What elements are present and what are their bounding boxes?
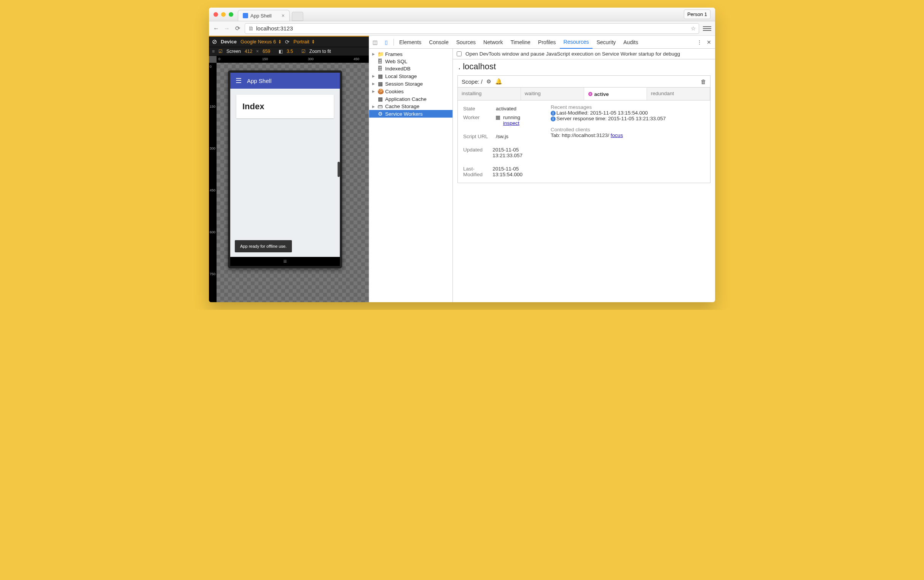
orientation-value: Portrait [293, 39, 310, 44]
dpr-value[interactable]: 3.5 [287, 49, 293, 54]
status-tab-installing[interactable]: installing [458, 87, 521, 100]
device-screen[interactable]: ☰ App Shell Index App ready for offline … [230, 72, 340, 257]
scope-container: Scope: / ⚙ 🔔 🗑 installingwaiting⚙activer… [458, 75, 710, 183]
close-window-button[interactable] [214, 12, 218, 17]
dpr-icon: ◧ [278, 49, 283, 54]
bookmark-star-icon[interactable]: ☆ [691, 25, 696, 32]
device-select[interactable]: Google Nexus 6 ▲▼ [240, 39, 281, 44]
browser-toolbar: ← → ⟳ 🗎 localhost:3123 ☆ [209, 21, 715, 36]
ruler-vertical: 0 150 300 450 600 750 [209, 63, 217, 302]
pause-text: Open DevTools window and pause JavaScrip… [465, 51, 680, 57]
address-bar[interactable]: 🗎 localhost:3123 ☆ [245, 23, 699, 34]
zoom-label: Zoom to fit [310, 49, 331, 54]
gear-icon[interactable]: ⚙ [486, 78, 491, 84]
minimize-window-button[interactable] [221, 12, 226, 17]
disclosure-triangle-icon: ▶ [372, 82, 375, 86]
stop-worker-icon[interactable] [496, 116, 500, 120]
message-text: Last-Modified: 2015-11-05 13:15:54.000 [557, 110, 648, 116]
screen-checkbox[interactable]: ☑ [219, 49, 222, 54]
ruler-tick: 0 [219, 57, 220, 61]
ruler-tick: 300 [210, 147, 216, 150]
url-host: localhost: [256, 25, 280, 31]
zoom-checkbox[interactable]: ☑ [301, 49, 306, 54]
folder-icon: 📁 [377, 51, 383, 57]
menu-button[interactable] [703, 24, 711, 33]
tree-item-service-workers[interactable]: ⚙Service Workers [369, 110, 453, 118]
device-toggle-icon[interactable]: ▯ [380, 39, 392, 45]
tree-item-session-storage[interactable]: ▶▦Session Storage [369, 80, 453, 87]
device-header: ⊘ Device Google Nexus 6 ▲▼ ⟳ Portrait ▲▼ [209, 36, 369, 47]
devtools-tab-profiles[interactable]: Profiles [534, 36, 560, 49]
db-icon: 🗄 [377, 59, 383, 64]
zoom-window-button[interactable] [229, 12, 233, 17]
stop-icon[interactable]: ⊘ [212, 38, 217, 45]
url-port: 3123 [280, 25, 293, 31]
devtools-tab-elements[interactable]: Elements [395, 36, 425, 49]
content-area: ⊘ Device Google Nexus 6 ▲▼ ⟳ Portrait ▲▼… [209, 36, 715, 302]
profile-button[interactable]: Person 1 [684, 10, 710, 19]
devtools-tab-console[interactable]: Console [425, 36, 452, 49]
devtools-tab-audits[interactable]: Audits [619, 36, 642, 49]
screen-height[interactable]: 659 [263, 49, 270, 54]
lastmod-label: Last-Modified [463, 166, 486, 177]
hamburger-icon[interactable]: ☰ [236, 76, 242, 85]
grid-icon: ▦ [377, 73, 383, 79]
updown-icon: ▲▼ [312, 40, 315, 44]
sub-icon[interactable]: ≡ [212, 49, 215, 54]
tree-item-web-sql[interactable]: 🗄Web SQL [369, 58, 453, 65]
script-value: /sw.js [496, 133, 509, 139]
focus-link[interactable]: focus [611, 132, 623, 138]
screen-width[interactable]: 412 [245, 49, 252, 54]
devtools-tab-sources[interactable]: Sources [453, 36, 479, 49]
status-tab-active[interactable]: ⚙active [584, 87, 647, 100]
scrollbar-thumb[interactable] [338, 162, 340, 177]
inspect-link[interactable]: inspect [503, 120, 519, 126]
tree-item-cookies[interactable]: ▶🍪Cookies [369, 87, 453, 95]
ruler-tick: 450 [354, 57, 359, 61]
state-value: activated [496, 106, 516, 112]
tree-item-frames[interactable]: ▶📁Frames [369, 50, 453, 58]
reload-button[interactable]: ⟳ [234, 25, 241, 32]
trash-icon[interactable]: 🗑 [701, 78, 706, 85]
ruler-horizontal: 0 150 300 450 [217, 56, 369, 63]
inspect-icon[interactable]: ◫ [369, 39, 380, 45]
tree-item-application-cache[interactable]: ▦Application Cache [369, 95, 453, 103]
tree-item-local-storage[interactable]: ▶▦Local Storage [369, 72, 453, 80]
pause-checkbox[interactable] [457, 51, 462, 56]
sw-detail: Stateactivated Workerrunninginspect Scri… [458, 101, 710, 183]
app-bar: ☰ App Shell [230, 72, 340, 89]
close-devtools-icon[interactable]: ✕ [707, 39, 711, 45]
ruler-tick: 300 [308, 57, 314, 61]
viewport-wrap: ☰ App Shell Index App ready for offline … [217, 63, 369, 302]
status-tab-redundant[interactable]: redundant [647, 87, 710, 100]
devtools-tab-timeline[interactable]: Timeline [507, 36, 534, 49]
forward-button[interactable]: → [223, 25, 230, 32]
tree-item-cache-storage[interactable]: ▶🗃Cache Storage [369, 103, 453, 110]
new-tab-button[interactable] [292, 12, 303, 21]
kebab-icon[interactable]: ⋮ [697, 39, 702, 45]
devtools-tab-resources[interactable]: Resources [560, 36, 593, 49]
window-titlebar: App Shell × Person 1 [209, 8, 715, 21]
tree-item-indexeddb[interactable]: 🗄IndexedDB [369, 65, 453, 72]
scope-label: Scope: / [462, 78, 483, 85]
separator [394, 39, 394, 46]
ruler-tick: 600 [210, 230, 216, 234]
worker-status: running [503, 115, 520, 120]
close-tab-icon[interactable]: × [282, 13, 285, 19]
back-button[interactable]: ← [213, 25, 219, 32]
orientation-select[interactable]: Portrait ▲▼ [293, 39, 315, 44]
bell-icon[interactable]: 🔔 [495, 78, 502, 85]
device-frame: ☰ App Shell Index App ready for offline … [228, 71, 342, 268]
stack-icon: 🗃 [377, 104, 383, 109]
ruler-tick: 450 [210, 188, 216, 192]
tree-item-label: Local Storage [385, 73, 417, 79]
grid-icon: ▦ [377, 96, 383, 102]
state-label: State [463, 106, 490, 112]
rotate-icon[interactable]: ⟳ [285, 39, 290, 45]
status-tab-waiting[interactable]: waiting [521, 87, 584, 100]
devtools-tab-security[interactable]: Security [593, 36, 619, 49]
lastmod-value: 2015-11-05 13:15:54.000 [492, 166, 543, 177]
devtools-tab-network[interactable]: Network [479, 36, 507, 49]
browser-tab[interactable]: App Shell × [238, 10, 290, 21]
ruler-tick: 750 [210, 272, 216, 276]
